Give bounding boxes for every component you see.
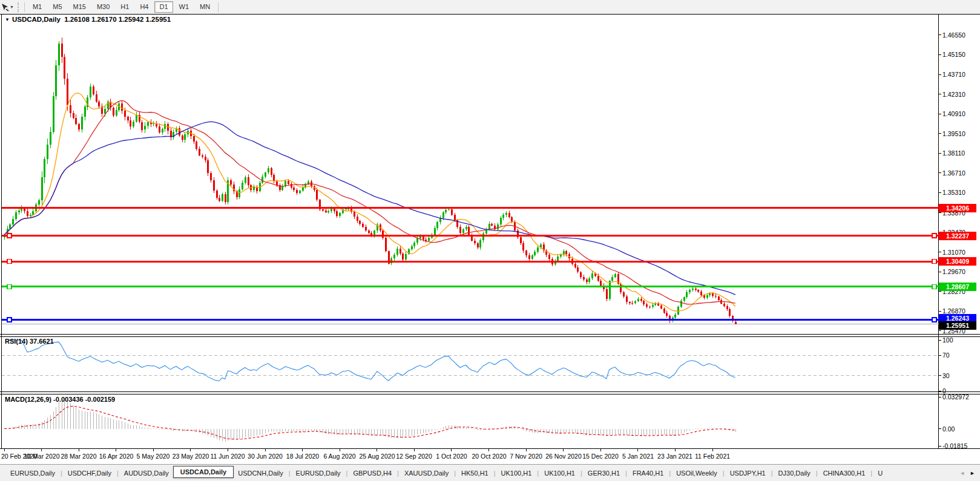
tab-item[interactable]: USDCNH,Daily xyxy=(234,467,288,479)
date-label: 11 Feb 2021 xyxy=(695,453,730,460)
date-label: 7 Nov 2020 xyxy=(510,453,542,460)
tab-separator: | xyxy=(346,470,348,477)
tab-item[interactable]: UK100,H1 xyxy=(540,467,579,479)
price-axis-label: 1.29670 xyxy=(942,268,965,275)
tab-separator: | xyxy=(625,470,627,477)
rsi-axis-label: 70 xyxy=(942,352,950,359)
tab-item[interactable]: CHINA300,H1 xyxy=(819,467,870,479)
tab-scroll-right-icon[interactable]: ► xyxy=(970,470,975,476)
price-axis-label: 1.35310 xyxy=(942,189,965,196)
date-label: 25 Aug 2020 xyxy=(360,453,395,460)
chart-title-caret-icon: ▼ xyxy=(5,17,10,22)
tab-separator: | xyxy=(397,470,399,477)
price-axis-label: 1.39510 xyxy=(942,130,965,137)
price-axis-label: 1.36710 xyxy=(942,169,965,177)
top-toolbar: ▼ M1 M5 M15 M30 H1 H4 D1 W1 MN xyxy=(0,0,980,14)
tab-separator: | xyxy=(771,470,773,477)
tab-separator: | xyxy=(117,470,119,477)
tab-separator: | xyxy=(454,470,456,477)
timeframe-mn[interactable]: MN xyxy=(195,1,215,13)
tab-separator: | xyxy=(61,470,62,477)
tab-scroll-arrows: ◄ ► xyxy=(956,465,980,481)
toolbar-separator xyxy=(24,2,25,12)
timeframe-w1[interactable]: W1 xyxy=(174,1,194,13)
tab-item-active[interactable]: USDCAD,Daily xyxy=(173,466,234,478)
rsi-axis-label: 30 xyxy=(942,372,950,379)
date-label: 15 Dec 2020 xyxy=(582,453,619,460)
date-label: 28 Mar 2020 xyxy=(61,453,97,460)
tab-item[interactable]: U xyxy=(873,467,887,479)
timeframe-d1[interactable]: D1 xyxy=(154,1,173,13)
price-level-badge: 1.28607 xyxy=(939,283,976,291)
timeframe-h1[interactable]: H1 xyxy=(116,1,134,13)
price-axis-label: 1.46550 xyxy=(942,31,965,39)
date-label: 1 Oct 2020 xyxy=(436,453,467,460)
date-label: 18 Jul 2020 xyxy=(286,453,319,460)
timeframe-m1[interactable]: M1 xyxy=(28,1,47,13)
symbol-tabbar: EURUSD,Daily|USDCHF,Daily|AUDUSD,DailyUS… xyxy=(0,464,980,481)
tab-item[interactable]: GER30,H1 xyxy=(584,467,624,479)
tab-item[interactable]: FRA40,H1 xyxy=(628,467,668,479)
toolbar-separator xyxy=(218,2,219,12)
tab-separator: | xyxy=(537,470,539,477)
date-label: 30 Jun 2020 xyxy=(248,453,283,460)
date-label: 10 Mar 2020 xyxy=(24,453,60,460)
macd-axis-label: 0.00 xyxy=(942,425,955,433)
date-label: 11 Jun 2020 xyxy=(210,453,245,460)
tab-separator: | xyxy=(816,470,818,477)
timeframe-m15[interactable]: M15 xyxy=(68,1,91,13)
tab-scroll-left-icon[interactable]: ◄ xyxy=(959,470,965,476)
chart-ohlc-values: 1.26108 1.26170 1.25942 1.25951 xyxy=(64,16,171,23)
date-label: 16 Apr 2020 xyxy=(99,453,134,460)
tab-separator: | xyxy=(723,470,725,477)
tab-item[interactable]: USDJPY,H1 xyxy=(726,467,770,479)
price-axis-label: 1.42310 xyxy=(942,91,965,98)
price-level-badge: 1.30409 xyxy=(939,257,976,266)
timeframe-h4[interactable]: H4 xyxy=(135,1,153,13)
tab-separator: | xyxy=(580,470,582,477)
price-axis-label: 1.40910 xyxy=(942,110,965,117)
date-label: 26 Nov 2020 xyxy=(545,453,582,460)
price-axis-label: 1.38110 xyxy=(942,149,965,157)
tab-item[interactable]: EURUSD,Daily xyxy=(6,467,59,479)
tab-separator: | xyxy=(494,470,496,477)
tab-separator: | xyxy=(870,470,872,477)
toolbar-grip[interactable] xyxy=(18,2,19,12)
date-label: 5 May 2020 xyxy=(137,453,170,460)
cursor-tool-icon[interactable] xyxy=(1,3,9,11)
date-label: 12 Sep 2020 xyxy=(396,453,432,460)
mt4-window: ▼ M1 M5 M15 M30 H1 H4 D1 W1 MN ▼USDCAD,D… xyxy=(0,0,980,481)
date-label: 5 Jan 2021 xyxy=(622,453,654,460)
date-label: 23 May 2020 xyxy=(173,453,209,460)
tab-item[interactable]: EURUSD,Daily xyxy=(292,467,345,479)
tab-item[interactable]: DJ30,Daily xyxy=(774,467,815,479)
rsi-label: RSI(14) 37.6621 xyxy=(5,338,54,345)
toolbar-dropdown-caret-icon[interactable]: ▼ xyxy=(10,5,14,9)
tab-item[interactable]: HK50,H1 xyxy=(457,467,493,479)
date-label: 6 Aug 2020 xyxy=(323,453,355,460)
tab-item[interactable]: UK100,H1 xyxy=(497,467,536,479)
tab-item[interactable]: XAUUSD,Daily xyxy=(400,467,453,479)
current-price-badge: 1.25951 xyxy=(939,321,976,330)
date-label: 23 Jan 2021 xyxy=(657,453,692,460)
macd-label: MACD(12,26,9) -0.003436 -0.002159 xyxy=(5,396,115,403)
price-axis-label: 1.31070 xyxy=(942,249,965,256)
tab-item[interactable]: USDCHF,Daily xyxy=(64,467,116,479)
timeframe-m30[interactable]: M30 xyxy=(92,1,114,13)
tab-item[interactable]: AUDUSD,Daily xyxy=(120,467,173,479)
macd-axis-label: -0.01815 xyxy=(942,442,967,450)
macd-axis-label: 0.032972 xyxy=(942,393,969,401)
tab-separator: | xyxy=(289,470,291,477)
date-label: 20 Oct 2020 xyxy=(472,453,506,460)
rsi-axis-label: 100 xyxy=(942,336,953,344)
price-axis-label: 1.45150 xyxy=(942,51,965,58)
tab-item[interactable]: GBPUSD,H4 xyxy=(349,467,396,479)
tab-separator: | xyxy=(669,470,671,477)
chart-title: ▼USDCAD,Daily 1.26108 1.26170 1.25942 1.… xyxy=(5,16,171,23)
timeframe-m5[interactable]: M5 xyxy=(48,1,67,13)
chart-symbol-label: USDCAD,Daily xyxy=(12,16,61,23)
price-axis-label: 1.43710 xyxy=(942,71,965,78)
price-level-badge: 1.34206 xyxy=(939,204,976,212)
chart-canvas[interactable] xyxy=(0,0,980,481)
tab-item[interactable]: USOil,Weekly xyxy=(672,467,722,479)
